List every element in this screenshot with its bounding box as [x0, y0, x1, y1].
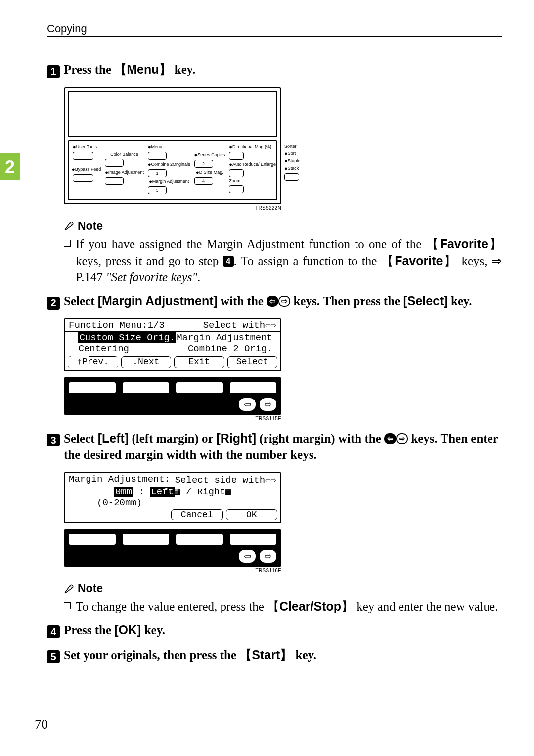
- s5-b: key.: [292, 648, 316, 662]
- clear-stop-key: Clear/Stop: [279, 599, 341, 613]
- hw-arrow-left-2[interactable]: ⇦: [239, 550, 256, 563]
- note2-body: To change the value entered, press the 【…: [76, 598, 498, 615]
- hw-key-b2[interactable]: [123, 534, 170, 545]
- panel-btn-menu[interactable]: [148, 152, 167, 160]
- soft-btn-select[interactable]: Select: [227, 356, 278, 368]
- lcd-margin-adjustment: Margin Adjustment: Select side with⇦⇨ 0m…: [64, 472, 281, 523]
- hw-key-1[interactable]: [69, 382, 116, 393]
- panel-sorter: Sorter: [284, 144, 297, 149]
- s2-a: Select: [64, 294, 98, 308]
- lcd-function-menu: Function Menu:1/3 Select with⇦⇨ Custom S…: [64, 318, 281, 371]
- note-icon: [64, 221, 75, 231]
- note1-e: .: [197, 270, 200, 284]
- soft-btn-next[interactable]: ↓Next: [121, 356, 172, 368]
- soft-btn-cancel[interactable]: Cancel: [171, 509, 223, 520]
- step-number-2: 2: [47, 297, 60, 310]
- lcd1-title-l: Function Menu:1/3: [69, 320, 165, 331]
- running-head: Copying: [47, 22, 502, 37]
- s4-b: key.: [141, 623, 165, 637]
- panel-btn-bypass[interactable]: [73, 174, 93, 182]
- figure-code-lcd1: TRSS115E: [64, 416, 281, 421]
- step-5: 5 Set your originals, then press the 【St…: [47, 647, 502, 664]
- menu-key-label: Menu: [127, 62, 159, 76]
- panel-btn-sorter[interactable]: [284, 173, 299, 181]
- note1-c: . To assign a function to the: [234, 254, 381, 267]
- hw-key-b3[interactable]: [176, 534, 223, 545]
- panel-zoom: Zoom: [229, 178, 240, 183]
- lcd2-value: 0mm: [114, 487, 133, 497]
- panel-btn-dirmag[interactable]: [229, 152, 244, 160]
- panel-btn-4[interactable]: 4: [194, 177, 213, 185]
- s2-d: key.: [448, 294, 472, 308]
- figure-code-lcd2: TRSS116E: [64, 568, 281, 573]
- panel-bypass: Bypass Feed: [75, 167, 101, 172]
- left-arrow-key-icon: ⇦: [267, 296, 278, 307]
- panel-btn-2[interactable]: 2: [194, 160, 213, 168]
- panel-color-balance: Color Balance: [110, 152, 138, 157]
- panel-dir-mag: Directional Mag.(%): [232, 144, 271, 149]
- s3-pl: (left margin) or: [129, 432, 216, 445]
- note-1: Note If you have assigned the Margin Adj…: [64, 220, 502, 286]
- hw-key-b1[interactable]: [69, 534, 116, 545]
- s3-right: [Right]: [216, 431, 256, 445]
- lcd1-custom-size[interactable]: Custom Size Orig.: [78, 332, 176, 343]
- step-1: 1 Press the 【Menu】 key. ●User Tools ●Byp…: [47, 61, 502, 211]
- s5-a: Set your originals, then press the: [64, 648, 239, 662]
- hw-arrow-left[interactable]: ⇦: [239, 398, 256, 411]
- step-ref-4: 4: [223, 256, 234, 267]
- hw-key-2[interactable]: [123, 382, 170, 393]
- hardware-keys-2: ⇦ ⇨: [64, 529, 281, 567]
- lcd2-right[interactable]: Right: [197, 487, 225, 497]
- lcd2-slash: /: [180, 487, 197, 497]
- panel-btn-3[interactable]: 3: [148, 186, 167, 194]
- soft-btn-prev[interactable]: ↑Prev.: [68, 356, 118, 368]
- lcd2-title-r: Select side with: [175, 475, 265, 486]
- hw-key-3[interactable]: [176, 382, 223, 393]
- panel-staple: Staple: [288, 158, 301, 163]
- s4-a: Press the: [64, 623, 114, 637]
- hardware-keys-1: ⇦ ⇨: [64, 377, 281, 415]
- step-2: 2 Select [Margin Adjustment] with the ⇦⇨…: [47, 293, 502, 421]
- panel-dsize: D.Size Mag.: [199, 170, 223, 175]
- note-2: Note To change the value entered, press …: [64, 582, 502, 615]
- panel-lcd-area: [68, 91, 277, 137]
- hw-arrow-right-2[interactable]: ⇨: [260, 550, 276, 563]
- panel-auto-reduce: Auto Reduce/ Enlarge: [232, 162, 276, 167]
- panel-btn-color[interactable]: [105, 159, 124, 167]
- step-3: 3 Select [Left] (left margin) or [Right]…: [47, 430, 502, 574]
- panel-menu: Menu: [151, 144, 163, 149]
- soft-btn-ok[interactable]: OK: [226, 509, 278, 520]
- panel-btn-auto[interactable]: [229, 169, 244, 177]
- hw-key-4[interactable]: [230, 382, 277, 393]
- note2-head: Note: [78, 582, 103, 595]
- s2-c: keys. Then press the: [290, 294, 403, 308]
- panel-btn-zoom[interactable]: [229, 185, 244, 193]
- note1-body: If you have assigned the Margin Adjustme…: [76, 236, 502, 286]
- lcd2-left[interactable]: Left: [150, 487, 175, 497]
- panel-combine: Combine 2Originals: [151, 162, 190, 167]
- soft-btn-exit[interactable]: Exit: [174, 356, 224, 368]
- panel-btn-user-tools[interactable]: [73, 152, 93, 160]
- bullet-icon-2: [64, 602, 71, 609]
- right-arrow-key-icon: ⇨: [278, 296, 290, 307]
- lcd1-combine[interactable]: Combine 2 Orig.: [188, 343, 272, 355]
- lcd1-centering[interactable]: Centering: [78, 343, 129, 354]
- panel-btn-1[interactable]: 1: [148, 169, 167, 177]
- panel-image-adj: Image Adjustment: [108, 170, 144, 175]
- s2-label: [Margin Adjustment]: [98, 294, 218, 308]
- s4-label: [OK]: [114, 623, 141, 637]
- start-key: Start: [252, 648, 280, 662]
- panel-btn-image[interactable]: [105, 177, 124, 185]
- lcd1-margin-adj[interactable]: Margin Adjustment: [177, 332, 272, 344]
- note1-b: keys, press it and go to step: [76, 254, 223, 267]
- lcd2-range: (0-20mm): [97, 497, 142, 508]
- hw-arrow-right[interactable]: ⇨: [260, 398, 276, 411]
- s3-left: [Left]: [98, 431, 129, 445]
- note1-a: If you have assigned the Margin Adjustme…: [76, 237, 426, 251]
- step-number-5: 5: [47, 650, 60, 663]
- page-number: 70: [35, 717, 48, 732]
- bullet-icon: [64, 240, 71, 247]
- s3-pr: (right margin) with the: [256, 432, 384, 445]
- right-arrow-key-icon-2: ⇨: [396, 433, 408, 444]
- hw-key-b4[interactable]: [230, 534, 277, 545]
